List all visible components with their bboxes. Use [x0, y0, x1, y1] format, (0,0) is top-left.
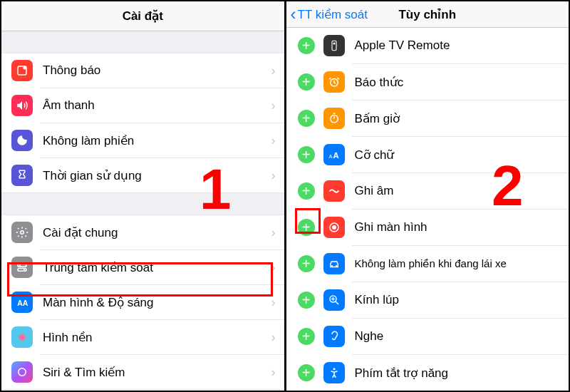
row-dnd[interactable]: Không làm phiền ›	[1, 123, 284, 158]
row-label: Không làm phiền khi đang lái xe	[355, 257, 569, 270]
svg-rect-10	[332, 41, 336, 51]
svg-text:A: A	[328, 153, 332, 160]
svg-point-19	[335, 265, 336, 267]
plus-icon: +	[302, 184, 311, 198]
row-screen-record[interactable]: + Ghi màn hình	[286, 210, 569, 245]
row-voice-memo[interactable]: + Ghi âm	[286, 173, 569, 209]
row-wallpaper[interactable]: Hình nền ›	[1, 320, 284, 354]
remote-icon	[323, 35, 345, 56]
plus-icon: +	[302, 366, 311, 380]
svg-point-6	[24, 269, 25, 270]
row-label: Phím tắt trợ năng	[355, 366, 569, 381]
row-label: Trung tâm kiềm soát	[43, 260, 271, 275]
voice-memo-icon	[323, 180, 345, 202]
row-label: Báo thức	[355, 75, 569, 90]
sound-icon	[11, 95, 33, 116]
add-button[interactable]: +	[298, 364, 315, 381]
driving-icon	[323, 253, 345, 274]
general-icon	[11, 222, 33, 243]
row-label: Thông báo	[43, 63, 271, 78]
row-magnifier[interactable]: + Kính lúp	[286, 282, 569, 318]
row-hearing[interactable]: + Nghe	[286, 319, 569, 354]
settings-group-1: Thông báo › Âm thanh › Không làm phiền ›	[1, 53, 284, 193]
plus-icon: +	[302, 257, 311, 271]
row-general[interactable]: Cài đặt chung ›	[1, 215, 284, 249]
row-control-center[interactable]: Trung tâm kiềm soát ›	[1, 250, 284, 284]
plus-icon: +	[302, 220, 311, 234]
add-button[interactable]: +	[298, 219, 315, 236]
svg-point-8	[19, 334, 26, 341]
notifications-icon	[11, 60, 33, 81]
add-button[interactable]: +	[298, 292, 315, 309]
timer-icon	[323, 108, 345, 129]
svg-rect-5	[18, 269, 26, 272]
row-siri[interactable]: Siri & Tìm kiếm ›	[1, 355, 284, 389]
chevron-right-icon: ›	[271, 365, 276, 380]
chevron-right-icon: ›	[271, 98, 276, 113]
add-button[interactable]: +	[298, 37, 315, 54]
row-apple-tv-remote[interactable]: + Apple TV Remote	[286, 28, 569, 63]
row-label: Apple TV Remote	[355, 38, 569, 53]
row-screentime[interactable]: Thời gian sử dụng ›	[1, 158, 284, 192]
svg-point-17	[332, 225, 336, 229]
add-button[interactable]: +	[298, 182, 315, 200]
back-button[interactable]: ‹ TT kiềm soát	[291, 6, 368, 23]
row-alarm[interactable]: + Báo thức	[286, 64, 569, 100]
settings-group-2: Cài đặt chung › Trung tâm kiềm soát › AA…	[1, 215, 284, 390]
row-label: Bấm giờ	[355, 111, 569, 126]
row-driving[interactable]: + Không làm phiền khi đang lái xe	[286, 246, 569, 282]
display-icon: AA	[11, 292, 33, 313]
svg-point-9	[19, 368, 26, 376]
chevron-right-icon: ›	[271, 260, 276, 275]
add-button[interactable]: +	[298, 255, 315, 272]
row-label: Ghi âm	[355, 184, 569, 198]
svg-point-11	[333, 43, 335, 45]
alarm-icon	[323, 71, 345, 93]
svg-point-18	[331, 265, 332, 267]
row-label: Thời gian sử dụng	[43, 168, 271, 183]
spacer	[1, 31, 284, 53]
row-timer[interactable]: + Bấm giờ	[286, 100, 569, 136]
row-label: Màn hình & Độ sáng	[43, 295, 271, 310]
chevron-right-icon: ›	[271, 295, 276, 310]
plus-icon: +	[302, 75, 311, 89]
screentime-icon	[11, 165, 33, 186]
chevron-right-icon: ›	[271, 225, 276, 240]
chevron-left-icon: ‹	[291, 6, 296, 23]
settings-pane: Cài đặt Thông báo › Âm thanh ›	[1, 1, 286, 391]
row-label: Không làm phiền	[43, 133, 271, 148]
dnd-icon	[11, 130, 33, 151]
svg-rect-3	[18, 264, 26, 267]
svg-point-21	[333, 368, 335, 370]
add-button[interactable]: +	[298, 73, 315, 91]
row-label: Siri & Tìm kiếm	[43, 365, 271, 380]
row-label: Kính lúp	[355, 293, 569, 307]
plus-icon: +	[302, 38, 311, 53]
row-label: Cài đặt chung	[43, 225, 271, 240]
accessibility-icon	[323, 362, 345, 383]
add-button[interactable]: +	[298, 110, 315, 127]
svg-point-4	[19, 264, 21, 266]
plus-icon: +	[302, 329, 311, 344]
textsize-icon: AA	[323, 144, 345, 165]
plus-icon: +	[302, 111, 311, 125]
row-textsize[interactable]: + AA Cỡ chữ	[286, 137, 569, 172]
customize-list: + Apple TV Remote + Báo thức + Bấm giờ +…	[286, 28, 569, 391]
add-button[interactable]: +	[298, 328, 315, 345]
row-label: Âm thanh	[43, 98, 271, 113]
magnifier-icon	[323, 289, 345, 311]
chevron-right-icon: ›	[271, 330, 276, 345]
row-label: Cỡ chữ	[355, 148, 569, 163]
add-button[interactable]: +	[298, 146, 315, 163]
chevron-right-icon: ›	[271, 63, 276, 78]
wallpaper-icon	[11, 326, 33, 348]
row-label: Hình nền	[43, 330, 271, 345]
row-sound[interactable]: Âm thanh ›	[1, 88, 284, 123]
svg-point-2	[21, 231, 24, 234]
row-notifications[interactable]: Thông báo ›	[1, 53, 284, 88]
row-display[interactable]: AA Màn hình & Độ sáng ›	[1, 285, 284, 319]
page-title: Tùy chỉnh	[398, 7, 456, 22]
row-label: Ghi màn hình	[355, 220, 569, 234]
siri-icon	[11, 361, 33, 383]
row-accessibility[interactable]: + Phím tắt trợ năng	[286, 355, 569, 391]
